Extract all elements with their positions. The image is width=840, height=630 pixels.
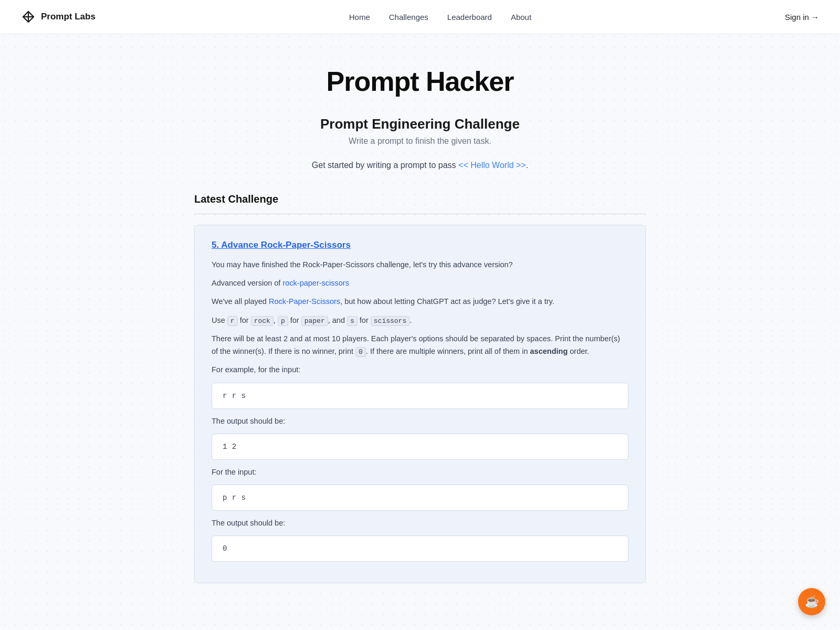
code-block-2: 1 2 — [212, 434, 628, 460]
signin-button[interactable]: Sign in → — [785, 13, 819, 22]
main-content: Prompt Hacker Prompt Engineering Challen… — [184, 34, 656, 625]
challenge-desc-4: Use r for rock, p for paper, and s for s… — [212, 314, 628, 327]
section-title: Latest Challenge — [194, 193, 646, 205]
navbar: Prompt Labs Home Challenges Leaderboard … — [0, 0, 840, 34]
desc4-for-rock: for — [238, 316, 251, 324]
nav-about[interactable]: About — [511, 13, 531, 22]
code-paper: paper — [301, 316, 328, 326]
desc4-use: Use — [212, 316, 227, 324]
coffee-button[interactable]: ☕ — [798, 588, 825, 615]
output-label-2: The output should be: — [212, 517, 628, 529]
code-scissors: scissors — [371, 316, 410, 326]
input-label-2: For the input: — [212, 466, 628, 478]
challenge-subheading: Write a prompt to finish the given task. — [194, 136, 646, 146]
code-block-1: r r s — [212, 383, 628, 409]
desc4-for-paper: for — [288, 316, 301, 324]
code-block-3: p r s — [212, 485, 628, 511]
desc4-comma1: , — [274, 316, 278, 324]
desc3-before: We've all played — [212, 297, 269, 306]
desc4-and: , and — [328, 316, 347, 324]
challenge-card: 5. Advance Rock-Paper-Scissors You may h… — [194, 225, 646, 583]
nav-challenges[interactable]: Challenges — [389, 13, 428, 22]
brand-icon — [21, 9, 36, 24]
for-example-label: For example, for the input: — [212, 364, 628, 376]
code-zero: 0 — [355, 347, 366, 357]
desc4-for-scissors: for — [358, 316, 371, 324]
hello-world-link[interactable]: << Hello World >> — [458, 161, 526, 170]
nav-home[interactable]: Home — [349, 13, 370, 22]
code-block-4: 0 — [212, 536, 628, 562]
desc4-end: . — [410, 316, 412, 324]
brand-name: Prompt Labs — [41, 12, 96, 22]
challenge-desc-1: You may have finished the Rock-Paper-Sci… — [212, 259, 628, 271]
code-p: p — [278, 316, 288, 326]
output-label-1: The output should be: — [212, 415, 628, 427]
challenge-heading: Prompt Engineering Challenge — [194, 116, 646, 132]
rock-paper-scissors-link[interactable]: rock-paper-scissors — [282, 279, 349, 287]
nav-leaderboard[interactable]: Leaderboard — [447, 13, 492, 22]
intro-text-after: . — [526, 161, 528, 170]
code-s: s — [347, 316, 358, 326]
code-rock: rock — [251, 316, 274, 326]
challenge-desc-5: There will be at least 2 and at most 10 … — [212, 333, 628, 358]
rps-link[interactable]: Rock-Paper-Scissors — [269, 297, 340, 306]
challenge-desc-2: Advanced version of rock-paper-scissors — [212, 277, 628, 289]
hero-title: Prompt Hacker — [194, 66, 646, 97]
code-r: r — [227, 316, 238, 326]
desc5-bold: ascending — [530, 347, 568, 355]
brand-logo[interactable]: Prompt Labs — [21, 9, 96, 24]
intro-text-before: Get started by writing a prompt to pass — [312, 161, 458, 170]
nav-links: Home Challenges Leaderboard About — [349, 13, 531, 22]
coffee-icon: ☕ — [805, 595, 819, 608]
intro-text: Get started by writing a prompt to pass … — [194, 161, 646, 170]
desc3-after: , but how about letting ChatGPT act as j… — [340, 297, 554, 306]
desc5-mid: . If there are multiple winners, print a… — [366, 347, 530, 355]
desc2-before: Advanced version of — [212, 279, 282, 287]
desc5-end: order. — [568, 347, 589, 355]
section-divider — [194, 214, 646, 214]
challenge-card-title[interactable]: 5. Advance Rock-Paper-Scissors — [212, 240, 351, 250]
challenge-desc-3: We've all played Rock-Paper-Scissors, bu… — [212, 296, 628, 308]
